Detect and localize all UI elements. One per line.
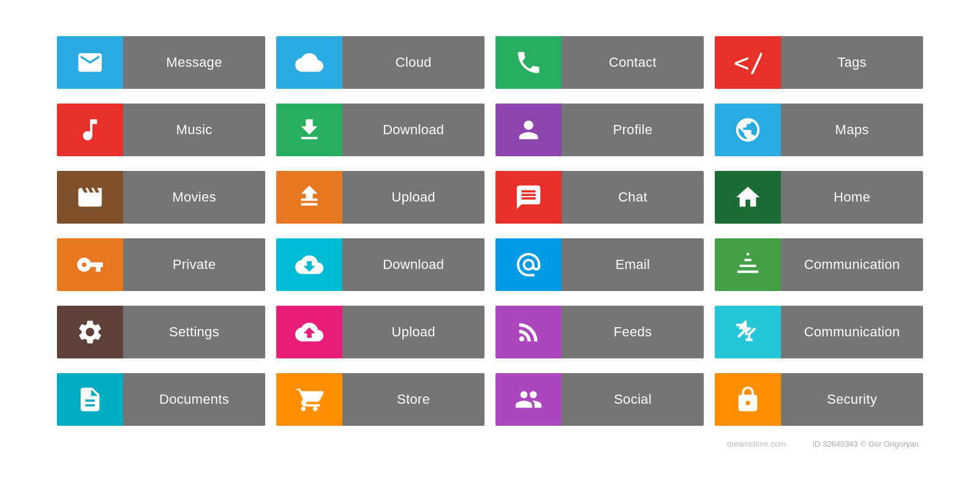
phone-icon: [496, 36, 562, 89]
cart-icon: [276, 373, 342, 426]
tile-social-label: Social: [562, 373, 704, 426]
envelope-icon: [57, 36, 123, 89]
tile-documents[interactable]: Documents: [57, 373, 265, 426]
lock-icon: [715, 373, 781, 426]
tile-home[interactable]: Home: [715, 171, 923, 224]
settings-icon: [57, 306, 123, 358]
tile-home-label: Home: [781, 171, 923, 224]
film-icon: [57, 171, 123, 224]
tile-communication2[interactable]: Communication: [715, 306, 923, 358]
profile-icon: [496, 104, 562, 156]
tile-security-label: Security: [781, 373, 923, 426]
tile-documents-label: Documents: [123, 373, 265, 426]
satellite-icon: [715, 306, 781, 358]
tile-chat[interactable]: Chat: [496, 171, 704, 224]
tile-profile[interactable]: Profile: [496, 104, 704, 156]
tile-communication1[interactable]: Communication: [715, 238, 923, 291]
tile-maps[interactable]: Maps: [715, 104, 923, 156]
home-icon: [715, 171, 781, 224]
email-icon: [496, 238, 562, 291]
tile-download2-label: Download: [342, 238, 484, 291]
id-label: ID 32640343 © Gor Grigoryan: [812, 439, 919, 448]
tile-tags-label: Tags: [781, 36, 923, 89]
tile-feeds-label: Feeds: [562, 306, 704, 358]
tile-security[interactable]: Security: [715, 373, 923, 426]
tile-message-label: Message: [123, 36, 265, 89]
tile-private[interactable]: Private: [57, 238, 265, 291]
tile-music[interactable]: Music: [57, 104, 265, 156]
upload-icon: [276, 171, 342, 224]
tile-settings-label: Settings: [123, 306, 265, 358]
tile-download2[interactable]: Download: [276, 238, 484, 291]
cloud-download-icon: [276, 238, 342, 291]
tile-communication2-label: Communication: [781, 306, 923, 358]
social-icon: [496, 373, 562, 426]
tile-contact[interactable]: Contact: [496, 36, 704, 89]
svg-text:</>: </>: [734, 48, 762, 77]
tile-upload1-label: Upload: [342, 171, 484, 224]
tile-maps-label: Maps: [781, 104, 923, 156]
tags-icon: </>: [715, 36, 781, 89]
watermark-text: dreamstime.com: [727, 439, 786, 448]
chat-icon: [496, 171, 562, 224]
tile-store[interactable]: Store: [276, 373, 484, 426]
tile-movies-label: Movies: [123, 171, 265, 224]
tile-upload2-label: Upload: [342, 306, 484, 358]
tile-chat-label: Chat: [562, 171, 704, 224]
tile-movies[interactable]: Movies: [57, 171, 265, 224]
tile-email-label: Email: [562, 238, 704, 291]
tile-private-label: Private: [123, 238, 265, 291]
tile-tags[interactable]: </> Tags: [715, 36, 923, 89]
tile-music-label: Music: [123, 104, 265, 156]
globe-icon: [715, 104, 781, 156]
tile-download1-label: Download: [342, 104, 484, 156]
tile-contact-label: Contact: [562, 36, 704, 89]
cloud-upload-icon: [276, 306, 342, 358]
tile-settings[interactable]: Settings: [57, 306, 265, 358]
tile-download1[interactable]: Download: [276, 104, 484, 156]
key-icon: [57, 238, 123, 291]
download-icon: [276, 104, 342, 156]
tile-feeds[interactable]: Feeds: [496, 306, 704, 358]
communication-icon: [715, 238, 781, 291]
footer: dreamstime.com ID 32640343 © Gor Grigory…: [61, 439, 919, 448]
feeds-icon: [496, 306, 562, 358]
document-icon: [57, 373, 123, 426]
tile-grid: Message Cloud Contact </> Tags Music: [57, 36, 923, 428]
tile-upload2[interactable]: Upload: [276, 306, 484, 358]
tile-cloud-label: Cloud: [342, 36, 484, 89]
music-icon: [57, 104, 123, 156]
tile-communication1-label: Communication: [781, 238, 923, 291]
tile-profile-label: Profile: [562, 104, 704, 156]
tile-message[interactable]: Message: [57, 36, 265, 89]
tile-email[interactable]: Email: [496, 238, 704, 291]
tile-upload1[interactable]: Upload: [276, 171, 484, 224]
tile-social[interactable]: Social: [496, 373, 704, 426]
cloud-icon: [276, 36, 342, 89]
tile-store-label: Store: [342, 373, 484, 426]
tile-cloud[interactable]: Cloud: [276, 36, 484, 89]
